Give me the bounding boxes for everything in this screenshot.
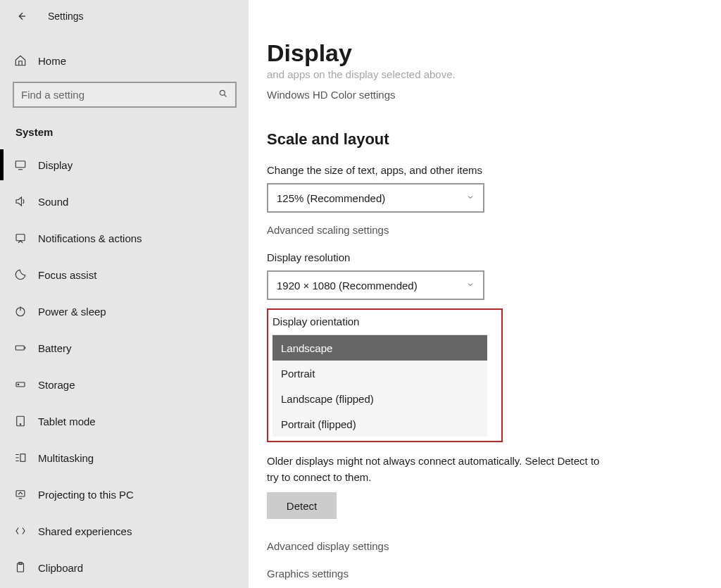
orientation-option-landscape-flipped[interactable]: Landscape (flipped) <box>272 386 487 411</box>
hd-color-link[interactable]: Windows HD Color settings <box>267 89 721 101</box>
section-heading: System <box>15 126 236 138</box>
notifications-icon <box>13 230 28 246</box>
advanced-display-link[interactable]: Advanced display settings <box>267 540 721 552</box>
scale-layout-heading: Scale and layout <box>267 130 721 149</box>
sidebar-item-multitasking[interactable]: Multitasking <box>0 439 249 476</box>
svg-rect-9 <box>20 454 25 462</box>
svg-rect-4 <box>15 346 24 350</box>
sidebar-item-storage[interactable]: Storage <box>0 366 249 403</box>
storage-icon <box>13 377 28 392</box>
sidebar-item-label: Clipboard <box>38 562 83 574</box>
sidebar-item-shared-experiences[interactable]: Shared experiences <box>0 513 249 549</box>
sidebar-item-label: Tablet mode <box>38 415 96 427</box>
chevron-down-icon <box>466 193 475 204</box>
home-label: Home <box>38 55 66 67</box>
multitasking-icon <box>13 450 28 465</box>
battery-icon <box>13 340 28 356</box>
truncated-description: and apps on the display selected above. <box>267 68 721 80</box>
svg-rect-2 <box>16 234 25 241</box>
search-icon <box>218 89 228 101</box>
multiple-displays-note: Older displays might not always connect … <box>267 453 612 485</box>
back-icon[interactable] <box>13 8 30 25</box>
sidebar-item-label: Projecting to this PC <box>38 489 134 501</box>
sound-icon <box>13 194 28 209</box>
orientation-option-portrait-flipped[interactable]: Portrait (flipped) <box>272 411 487 437</box>
settings-sidebar: Settings Home System Display Sound <box>0 0 249 588</box>
sidebar-item-label: Display <box>38 159 73 171</box>
sidebar-item-label: Multitasking <box>38 452 94 464</box>
projecting-icon <box>13 487 28 502</box>
svg-point-0 <box>220 90 225 95</box>
sidebar-item-label: Storage <box>38 379 75 391</box>
sidebar-item-label: Sound <box>38 196 68 208</box>
orientation-highlight-box: Display orientation Landscape Portrait L… <box>267 308 503 442</box>
orientation-option-portrait[interactable]: Portrait <box>272 361 487 386</box>
svg-rect-10 <box>16 491 25 496</box>
resolution-label: Display resolution <box>267 251 721 263</box>
home-icon <box>13 53 28 68</box>
svg-point-6 <box>18 384 19 385</box>
svg-rect-1 <box>15 161 25 168</box>
sidebar-item-tablet-mode[interactable]: Tablet mode <box>0 403 249 439</box>
sidebar-item-clipboard[interactable]: Clipboard <box>0 549 249 586</box>
orientation-label: Display orientation <box>272 315 497 327</box>
detect-button-label: Detect <box>287 500 317 512</box>
sidebar-item-label: Notifications & actions <box>38 232 142 244</box>
tablet-icon <box>13 413 28 429</box>
shared-icon <box>13 523 28 539</box>
main-content: Display and apps on the display selected… <box>249 0 721 588</box>
sidebar-item-label: Focus assist <box>38 269 96 281</box>
detect-button[interactable]: Detect <box>267 492 337 519</box>
sidebar-item-label: Shared experiences <box>38 525 132 537</box>
scale-combobox[interactable]: 125% (Recommended) <box>267 183 484 213</box>
page-title: Display <box>267 39 721 67</box>
sidebar-item-battery[interactable]: Battery <box>0 330 249 366</box>
search-wrap <box>13 82 236 108</box>
orientation-option-landscape[interactable]: Landscape <box>272 335 487 361</box>
sidebar-item-label: Power & sleep <box>38 306 106 318</box>
titlebar: Settings <box>0 0 249 28</box>
search-box[interactable] <box>13 82 237 108</box>
power-icon <box>13 304 28 319</box>
sidebar-item-focus-assist[interactable]: Focus assist <box>0 256 249 293</box>
sidebar-item-sound[interactable]: Sound <box>0 183 249 220</box>
orientation-dropdown[interactable]: Landscape Portrait Landscape (flipped) P… <box>272 334 487 437</box>
sidebar-item-projecting[interactable]: Projecting to this PC <box>0 476 249 513</box>
display-icon <box>13 157 28 173</box>
sidebar-item-display[interactable]: Display <box>0 146 249 183</box>
sidebar-item-label: Battery <box>38 342 72 354</box>
sidebar-item-notifications[interactable]: Notifications & actions <box>0 220 249 256</box>
focus-assist-icon <box>13 267 28 282</box>
window-title: Settings <box>48 11 84 22</box>
scale-value: 125% (Recommended) <box>277 192 385 204</box>
sidebar-item-home[interactable]: Home <box>0 45 249 76</box>
sidebar-item-power-sleep[interactable]: Power & sleep <box>0 293 249 330</box>
advanced-scaling-link[interactable]: Advanced scaling settings <box>267 224 721 236</box>
clipboard-icon <box>13 560 28 575</box>
nav-list: Display Sound Notifications & actions Fo… <box>0 146 249 586</box>
scale-label: Change the size of text, apps, and other… <box>267 164 721 176</box>
svg-point-8 <box>20 424 21 425</box>
resolution-combobox[interactable]: 1920 × 1080 (Recommended) <box>267 270 484 300</box>
chevron-down-icon <box>466 280 475 291</box>
search-input[interactable] <box>21 89 218 101</box>
resolution-value: 1920 × 1080 (Recommended) <box>277 280 418 292</box>
graphics-settings-link[interactable]: Graphics settings <box>267 568 721 580</box>
